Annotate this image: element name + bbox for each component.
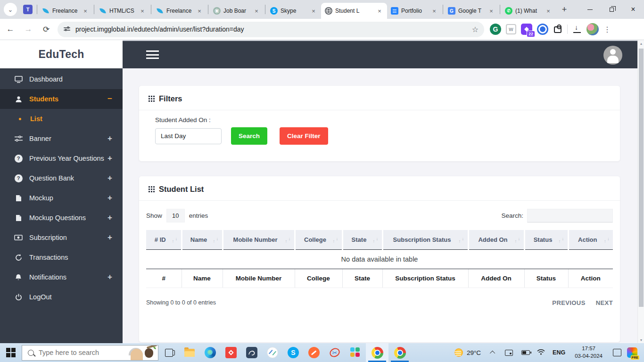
- expand-icon[interactable]: +: [107, 272, 112, 282]
- tab-freelancer-1[interactable]: Freelance ×: [38, 3, 93, 19]
- tab-student-list-active[interactable]: Student L ×: [321, 3, 387, 19]
- reload-button[interactable]: ⟳: [39, 22, 54, 37]
- expand-icon[interactable]: +: [107, 173, 112, 183]
- expand-icon[interactable]: +: [107, 154, 112, 163]
- close-tab-icon[interactable]: ×: [487, 7, 495, 15]
- scrollbar-thumb[interactable]: [639, 49, 644, 307]
- coupon-extension-icon[interactable]: 22: [521, 24, 532, 35]
- column-header-subscription[interactable]: Subscription Status↑↓: [382, 230, 468, 249]
- sidebar-item-previous-year-questions[interactable]: ? Previous Year Questions +: [0, 148, 123, 168]
- chrome-button-active[interactable]: [366, 343, 388, 362]
- pinned-tab-teams[interactable]: T: [20, 1, 36, 17]
- column-header-mobile[interactable]: Mobile Number↑↓: [223, 230, 295, 249]
- next-page-button[interactable]: NEXT: [596, 299, 613, 306]
- downloads-icon[interactable]: [572, 25, 582, 34]
- close-tab-icon[interactable]: ×: [545, 7, 552, 15]
- sidebar-item-mockup[interactable]: Mockup +: [0, 188, 123, 208]
- wifi-icon[interactable]: [537, 348, 545, 357]
- pgadmin-button[interactable]: [241, 343, 262, 362]
- site-settings-icon[interactable]: [63, 25, 71, 33]
- edge-button[interactable]: [200, 343, 221, 362]
- tab-html-css[interactable]: HTML/CS ×: [95, 3, 150, 19]
- tab-portfolio[interactable]: Portfolio ×: [387, 3, 442, 19]
- minimize-button[interactable]: [579, 0, 601, 19]
- sidebar-item-subscription[interactable]: Subscription +: [0, 228, 123, 247]
- restore-button[interactable]: [601, 0, 622, 19]
- expand-icon[interactable]: +: [107, 134, 112, 143]
- expand-icon[interactable]: +: [107, 213, 112, 222]
- search-button[interactable]: Search: [231, 127, 267, 145]
- battery-icon[interactable]: [521, 350, 530, 355]
- close-tab-icon[interactable]: ×: [310, 7, 317, 15]
- slack-button[interactable]: [345, 343, 366, 362]
- sidebar-item-banner[interactable]: Banner +: [0, 129, 123, 148]
- tab-google-translate[interactable]: G Google T ×: [444, 3, 499, 19]
- sidebar-item-dashboard[interactable]: Dashboard: [0, 69, 123, 89]
- tab-search-button[interactable]: ⌄: [4, 3, 17, 16]
- browser-profile-avatar[interactable]: [586, 23, 599, 35]
- clear-filter-button[interactable]: Clear Filter: [280, 127, 328, 145]
- expand-icon[interactable]: +: [107, 193, 112, 203]
- sidebar-item-students[interactable]: Students −: [0, 89, 123, 109]
- taskbar-search-input[interactable]: [39, 349, 105, 356]
- grammarly-extension-icon[interactable]: G: [490, 24, 501, 35]
- close-tab-icon[interactable]: ×: [430, 7, 438, 15]
- file-explorer-button[interactable]: [179, 343, 200, 362]
- sidebar-item-students-list[interactable]: List: [0, 109, 123, 129]
- browser-menu-icon[interactable]: ⋮: [603, 25, 611, 34]
- snipping-tool-button[interactable]: ✂: [324, 343, 345, 362]
- column-header-action[interactable]: Action↑↓: [568, 230, 613, 249]
- close-tab-icon[interactable]: ×: [196, 7, 203, 15]
- weather-widget[interactable]: 29°C: [450, 348, 486, 357]
- column-header-added-on[interactable]: Added On↑↓: [468, 230, 524, 249]
- sidebar-item-notifications[interactable]: Notifications +: [0, 267, 123, 287]
- search-highlight-illustration[interactable]: [127, 346, 158, 360]
- modeling-tool-button[interactable]: [262, 343, 283, 362]
- new-tab-button[interactable]: +: [558, 3, 571, 16]
- bookmark-star-icon[interactable]: ☆: [472, 25, 479, 34]
- close-tab-icon[interactable]: ×: [376, 7, 383, 15]
- cast-icon[interactable]: [505, 350, 513, 356]
- close-tab-icon[interactable]: ×: [82, 7, 89, 15]
- sidebar-item-logout[interactable]: LogOut: [0, 287, 123, 307]
- close-tab-icon[interactable]: ×: [253, 7, 260, 15]
- language-indicator[interactable]: ENG: [553, 349, 565, 356]
- column-header-state[interactable]: State↑↓: [342, 230, 382, 249]
- sidebar-item-question-bank[interactable]: ? Question Bank +: [0, 168, 123, 188]
- tab-freelancer-2[interactable]: Freelance ×: [152, 3, 207, 19]
- hamburger-menu-icon[interactable]: [146, 50, 159, 61]
- blue-extension-icon[interactable]: [537, 24, 548, 35]
- address-bar[interactable]: project.imgglobal.in/edutech/admin/user/…: [58, 22, 484, 37]
- previous-page-button[interactable]: PREVIOUS: [552, 299, 585, 306]
- browser-scrollbar[interactable]: ▲ ▼: [637, 40, 644, 343]
- close-tab-icon[interactable]: ×: [139, 7, 146, 15]
- table-search-input[interactable]: [527, 209, 613, 222]
- tab-skype[interactable]: S Skype ×: [266, 3, 321, 19]
- url-text[interactable]: project.imgglobal.in/edutech/admin/user/…: [75, 25, 472, 33]
- tab-job-board[interactable]: ✳ Job Boar ×: [209, 3, 264, 19]
- forward-button[interactable]: →: [21, 22, 36, 37]
- anydesk-button[interactable]: [221, 343, 241, 362]
- brand-logo[interactable]: EduTech: [0, 40, 123, 68]
- column-header-id[interactable]: # ID↑↓: [146, 230, 182, 249]
- sidebar-item-mockup-questions[interactable]: Mockup Questions +: [0, 208, 123, 228]
- user-avatar[interactable]: [603, 46, 622, 65]
- page-size-select[interactable]: 10: [166, 209, 185, 222]
- skype-button[interactable]: S: [283, 343, 304, 362]
- column-header-status[interactable]: Status↑↓: [524, 230, 568, 249]
- taskbar-search-box[interactable]: [22, 345, 158, 361]
- scroll-down-icon[interactable]: ▼: [638, 337, 644, 343]
- copilot-icon[interactable]: PRE: [627, 347, 637, 358]
- expand-icon[interactable]: +: [107, 233, 112, 242]
- back-button[interactable]: ←: [3, 22, 18, 37]
- tab-whatsapp[interactable]: ✆ (1) What ×: [501, 3, 556, 19]
- close-window-button[interactable]: ×: [622, 0, 644, 19]
- task-view-button[interactable]: [158, 343, 179, 362]
- collapse-icon[interactable]: −: [107, 94, 112, 104]
- start-button[interactable]: [6, 348, 16, 357]
- tray-expand-icon[interactable]: [490, 351, 495, 356]
- student-added-on-input[interactable]: [155, 128, 222, 144]
- sidebar-item-transactions[interactable]: Transactions: [0, 247, 123, 267]
- chrome-button-2[interactable]: [388, 343, 411, 362]
- notification-center-icon[interactable]: [613, 349, 621, 356]
